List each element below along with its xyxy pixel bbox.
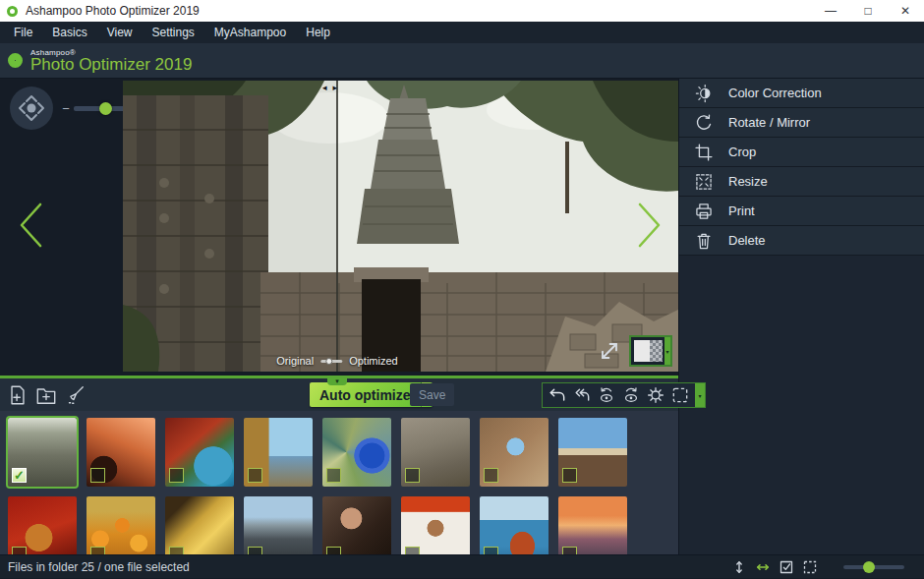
thumbnail-marigold-flowers[interactable] xyxy=(87,496,155,554)
minimize-button[interactable]: — xyxy=(812,0,849,22)
thumbnail-red-leaves[interactable] xyxy=(8,496,77,554)
menu-file[interactable]: File xyxy=(4,22,42,43)
rotate-mirror-icon xyxy=(694,113,714,133)
thumbnail-red-palm-beach[interactable] xyxy=(165,418,234,487)
tool-label: Color Correction xyxy=(728,86,822,100)
thumbnail-rock-arch-bird[interactable] xyxy=(480,418,549,487)
thumbnail-turban-man[interactable] xyxy=(401,496,470,554)
thumbnail-checkbox[interactable] xyxy=(484,468,498,483)
history-toolbar: ▾ xyxy=(542,382,706,408)
tools-panel-filler xyxy=(679,256,924,554)
resize-icon xyxy=(694,172,714,192)
select-all-icon[interactable] xyxy=(779,559,794,575)
add-folder-icon[interactable] xyxy=(35,384,57,406)
deselect-all-icon[interactable] xyxy=(802,559,818,575)
split-handle-arrows-icon[interactable]: ◂▸ xyxy=(322,83,343,92)
tool-label: Crop xyxy=(728,145,756,159)
thumbnail-checkbox[interactable] xyxy=(12,547,27,554)
photo-canvas[interactable]: ◂▸ Original Optimized xyxy=(123,81,678,372)
tool-resize[interactable]: Resize xyxy=(679,167,924,197)
status-text: Files in folder 25 / one file selected xyxy=(8,560,190,574)
preview-original-icon[interactable] xyxy=(597,385,616,405)
thumbnail-checkbox[interactable] xyxy=(326,547,341,554)
pan-control[interactable] xyxy=(9,86,54,131)
zoom-thumb[interactable] xyxy=(99,102,112,115)
thumbnail-checkbox[interactable] xyxy=(405,547,420,554)
history-dropdown[interactable]: ▾ xyxy=(695,383,705,407)
window-title: Ashampoo Photo Optimizer 2019 xyxy=(26,4,200,18)
undo-all-icon[interactable] xyxy=(572,385,592,405)
thumbnail-stone-face[interactable] xyxy=(401,418,470,487)
undo-icon[interactable] xyxy=(548,385,567,405)
compare-split-line[interactable] xyxy=(336,81,338,372)
thumbnail-checkbox[interactable] xyxy=(248,547,262,554)
split-view-left-pane xyxy=(634,340,650,362)
thumbnail-checkbox[interactable] xyxy=(562,468,577,483)
fit-width-icon[interactable] xyxy=(755,559,771,575)
thumbnail-antelope-canyon[interactable] xyxy=(87,418,155,487)
next-photo-button[interactable] xyxy=(635,202,664,249)
menubar: File Basics View Settings MyAshampoo Hel… xyxy=(0,22,924,43)
maximize-button[interactable]: □ xyxy=(849,0,887,22)
optimized-label: Optimized xyxy=(349,355,398,367)
menu-view[interactable]: View xyxy=(97,22,143,43)
save-button[interactable]: Save xyxy=(410,383,454,406)
tool-color-correction[interactable]: Color Correction xyxy=(679,79,924,108)
auto-optimize-label[interactable]: Auto optimize xyxy=(310,382,421,407)
thumbnail-checkbox[interactable] xyxy=(484,547,498,554)
tool-crop[interactable]: Crop xyxy=(679,138,924,167)
tool-rotate-mirror[interactable]: Rotate / Mirror xyxy=(679,108,924,138)
thumbnail-size-thumb[interactable] xyxy=(863,561,875,573)
tools-panel: Color Correction Rotate / Mirror Crop xyxy=(678,79,924,554)
thumbnail-checkbox[interactable] xyxy=(169,547,184,554)
thumbnail-sunset-beach[interactable] xyxy=(558,496,627,554)
preview-optimized-icon[interactable] xyxy=(621,385,641,405)
fit-height-icon[interactable] xyxy=(731,559,747,575)
tool-print[interactable]: Print xyxy=(679,197,924,226)
tool-label: Print xyxy=(728,203,755,218)
collapse-viewer-tab[interactable]: ▾ xyxy=(327,377,347,385)
thumbnail-longtail-boat[interactable] xyxy=(480,496,549,554)
fullscreen-icon[interactable] xyxy=(596,337,623,365)
thumbnail-size-slider[interactable] xyxy=(843,565,904,569)
thumbnail-temple-spires[interactable] xyxy=(244,496,313,554)
thumbnail-wooden-church[interactable] xyxy=(558,418,627,487)
thumbnail-checkbox[interactable]: ✓ xyxy=(12,468,27,483)
menu-myashampoo[interactable]: MyAshampoo xyxy=(204,22,296,43)
menu-basics[interactable]: Basics xyxy=(42,22,96,43)
thumbnail-checkbox[interactable] xyxy=(562,547,577,554)
thumbnail-golden-buddha[interactable] xyxy=(165,496,234,554)
tool-label: Resize xyxy=(728,174,768,189)
menu-help[interactable]: Help xyxy=(296,22,340,43)
thumbnail-checkbox[interactable] xyxy=(326,468,341,483)
close-button[interactable]: ✕ xyxy=(887,0,924,22)
thumbnail-checkbox[interactable] xyxy=(90,468,105,483)
app-icon xyxy=(7,6,18,17)
previous-photo-button[interactable] xyxy=(16,202,45,249)
menu-settings[interactable]: Settings xyxy=(142,22,203,43)
thumbnail-peacock[interactable] xyxy=(322,418,391,487)
ashampoo-logo-icon xyxy=(8,53,23,68)
compare-mini-slider[interactable] xyxy=(320,360,342,363)
temple-photo xyxy=(123,81,678,372)
thumbnail-checkbox[interactable] xyxy=(405,468,420,483)
thumbnail-girl-portrait[interactable] xyxy=(322,496,391,554)
thumbnail-checkbox[interactable] xyxy=(169,468,184,483)
add-image-icon[interactable] xyxy=(7,384,29,406)
split-view-dropdown[interactable]: ▾ xyxy=(664,337,670,365)
split-view-right-pane xyxy=(650,340,663,362)
tool-label: Delete xyxy=(728,233,766,248)
compare-mini-thumb[interactable] xyxy=(325,358,332,365)
settings-gear-icon[interactable] xyxy=(646,385,665,405)
thumbnail-checkbox[interactable] xyxy=(90,547,105,554)
thumbnail-temple-ruins[interactable]: ✓ xyxy=(8,418,77,487)
original-label: Original xyxy=(276,355,314,367)
selection-icon[interactable] xyxy=(670,385,690,405)
split-view-toggle-button[interactable]: ▾ xyxy=(629,335,672,367)
photo-viewer: − + xyxy=(0,79,678,376)
tool-delete[interactable]: Delete xyxy=(679,226,924,256)
thumbnail-checkbox[interactable] xyxy=(248,468,262,483)
zoom-out-icon[interactable]: − xyxy=(61,101,71,116)
thumbnail-golden-stupa[interactable] xyxy=(244,418,313,487)
clear-list-icon[interactable] xyxy=(64,384,86,406)
